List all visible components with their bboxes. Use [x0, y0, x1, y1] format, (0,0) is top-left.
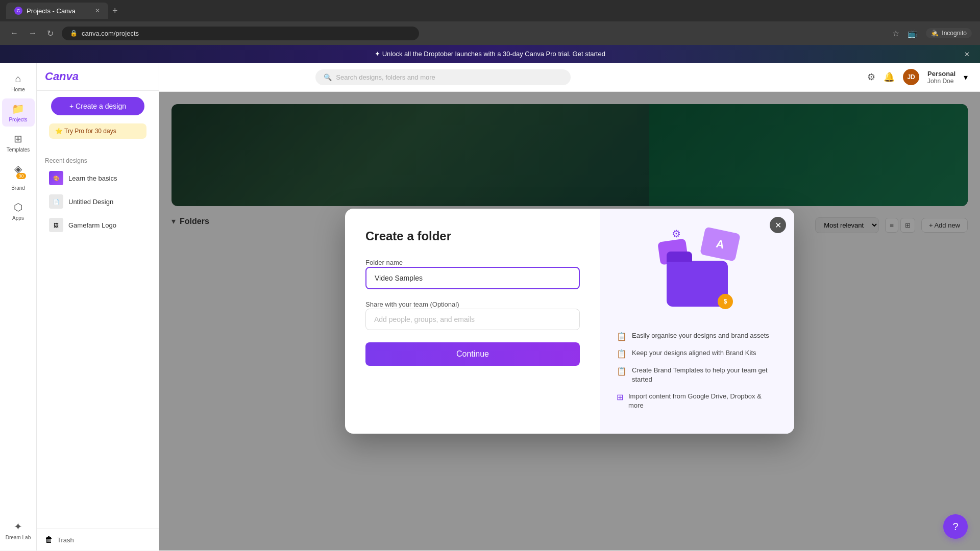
share-input[interactable]	[365, 309, 580, 330]
home-icon: ⌂	[15, 73, 21, 85]
incognito-icon: 🕵	[931, 30, 939, 37]
forward-button[interactable]: →	[27, 27, 39, 40]
continue-button[interactable]: Continue	[365, 342, 580, 366]
projects-icon: 📁	[12, 103, 24, 115]
user-name-text: John Doe	[927, 78, 955, 85]
feature-icon-4: ⊞	[617, 392, 623, 402]
recent-designs-label: Recent designs	[37, 153, 159, 166]
modal-backdrop: ✕ Create a folder Folder name Share with…	[159, 92, 980, 550]
folder-name-label: Folder name	[365, 259, 403, 266]
new-tab-button[interactable]: +	[112, 6, 118, 16]
promo-banner: ✦ Unlock all the Droptober launches with…	[0, 45, 980, 63]
app-main: Canva + Create a design ⭐ Try Pro for 30…	[37, 63, 980, 550]
gear-decoration: ⚙	[672, 228, 681, 240]
card-decoration-1: A	[700, 227, 741, 261]
app-header: 🔍 Search designs, folders and more ⚙ 🔔 J…	[159, 63, 980, 92]
user-dropdown-icon[interactable]: ▾	[964, 72, 968, 82]
nav-label-gamefarm: Gamefarm Logo	[68, 221, 116, 229]
left-panel: Canva + Create a design ⭐ Try Pro for 30…	[37, 63, 159, 550]
modal-close-button[interactable]: ✕	[770, 217, 786, 233]
feature-item-4: ⊞ Import content from Google Drive, Drop…	[617, 392, 778, 410]
sidebar-item-projects[interactable]: 📁 Projects	[2, 98, 35, 127]
header-actions: ⚙ 🔔 JD Personal John Doe ▾	[867, 69, 968, 85]
feature-icon-2: 📋	[617, 349, 627, 359]
app-frame: ⌂ Home 📁 Projects ⊞ Templates ◈ 30 Brand…	[0, 63, 980, 550]
feature-icon-3: 📋	[617, 366, 627, 376]
screen-icon[interactable]: 📺	[908, 29, 918, 38]
header-search[interactable]: 🔍 Search designs, folders and more	[315, 69, 571, 85]
sidebar-label-dreamlab: Dream Lab	[6, 535, 31, 540]
nav-item-gamefarm-logo[interactable]: 🖼 Gamefarm Logo	[41, 214, 155, 236]
browser-chrome: C Projects - Canva ✕ +	[0, 0, 980, 21]
share-label: Share with your team (Optional)	[365, 300, 459, 308]
templates-icon: ⊞	[14, 133, 22, 145]
learn-basics-icon: 🎨	[53, 176, 59, 181]
trash-item[interactable]: 🗑 Trash	[37, 529, 159, 550]
sidebar-icons: ⌂ Home 📁 Projects ⊞ Templates ◈ 30 Brand…	[0, 63, 37, 550]
address-bar[interactable]: 🔒 canva.com/projects	[62, 27, 419, 40]
feature-item-2: 📋 Keep your designs aligned with Brand K…	[617, 348, 778, 359]
tab-title: Projects - Canva	[27, 7, 76, 15]
star-icon[interactable]: ☆	[892, 29, 899, 38]
canva-logo: Canva	[45, 70, 79, 83]
feature-item-1: 📋 Easily organise your designs and brand…	[617, 331, 778, 341]
browser-actions: ☆ 📺 🕵 Incognito	[892, 28, 972, 38]
untitled-icon: 📄	[53, 199, 59, 205]
sidebar-item-templates[interactable]: ⊞ Templates	[2, 129, 35, 157]
right-panel: 🔍 Search designs, folders and more ⚙ 🔔 J…	[159, 63, 980, 550]
address-bar-row: ← → ↻ 🔒 canva.com/projects ☆ 📺 🕵 Incogni…	[0, 21, 980, 45]
nav-item-learn-basics[interactable]: 🎨 Learn the basics	[41, 167, 155, 189]
nav-label-untitled-design: Untitled Design	[68, 198, 113, 206]
feature-text-4: Import content from Google Drive, Dropbo…	[628, 392, 778, 410]
modal-form: Create a folder Folder name Share with y…	[345, 209, 600, 434]
create-folder-modal: ✕ Create a folder Folder name Share with…	[345, 209, 794, 434]
feature-text-1: Easily organise your designs and brand a…	[632, 331, 769, 340]
tab-favicon: C	[14, 7, 22, 15]
incognito-badge: 🕵 Incognito	[926, 28, 972, 38]
sidebar-item-home[interactable]: ⌂ Home	[2, 69, 35, 96]
search-icon: 🔍	[324, 73, 332, 81]
sidebar-item-brand[interactable]: ◈ 30 Brand	[2, 159, 35, 195]
promo-close-button[interactable]: ✕	[964, 50, 970, 58]
promo-text: ✦ Unlock all the Droptober launches with…	[375, 50, 605, 58]
notifications-icon[interactable]: 🔔	[884, 71, 895, 83]
sidebar-item-dreamlab[interactable]: ✦ Dream Lab	[2, 516, 35, 544]
page-content: ▾ Folders Most relevant ≡ ⊞ + Add new	[159, 92, 980, 550]
tab-close-icon[interactable]: ✕	[95, 7, 100, 14]
account-type: Personal	[927, 70, 955, 78]
gamefarm-thumb: 🖼	[49, 218, 63, 232]
settings-icon[interactable]: ⚙	[867, 71, 875, 83]
nav-item-untitled-design[interactable]: 📄 Untitled Design	[41, 190, 155, 213]
gamefarm-icon: 🖼	[54, 222, 59, 228]
refresh-button[interactable]: ↻	[45, 27, 56, 40]
help-button[interactable]: ?	[943, 514, 968, 539]
modal-title: Create a folder	[365, 229, 580, 243]
try-pro-banner[interactable]: ⭐ Try Pro for 30 days	[49, 123, 146, 139]
sidebar-label-projects: Projects	[9, 117, 27, 122]
apps-icon: ⬡	[14, 201, 22, 213]
create-design-button[interactable]: + Create a design	[51, 97, 144, 115]
sidebar-item-apps[interactable]: ⬡ Apps	[2, 197, 35, 225]
url-text: canva.com/projects	[82, 30, 139, 37]
incognito-label: Incognito	[942, 30, 967, 37]
folder-illustration: ⚙ A $	[651, 225, 743, 317]
dreamlab-icon: ✦	[14, 520, 22, 533]
search-placeholder: Search designs, folders and more	[336, 73, 435, 81]
user-avatar[interactable]: JD	[903, 69, 919, 85]
folder-name-input[interactable]	[365, 267, 580, 289]
lock-icon: 🔒	[70, 30, 78, 37]
user-info[interactable]: Personal John Doe	[927, 70, 955, 85]
browser-tab[interactable]: C Projects - Canva ✕	[6, 3, 108, 19]
trash-icon: 🗑	[45, 535, 53, 544]
feature-item-3: 📋 Create Brand Templates to help your te…	[617, 366, 778, 384]
try-pro-text: ⭐ Try Pro for 30 days	[55, 128, 116, 135]
sidebar-label-templates: Templates	[7, 147, 30, 153]
brand-badge: 30	[16, 173, 26, 179]
untitled-design-thumb: 📄	[49, 194, 63, 209]
feature-text-3: Create Brand Templates to help your team…	[632, 366, 778, 384]
modal-right-panel: ⚙ A $ 📋 Easily organise your desig	[600, 209, 794, 434]
learn-basics-thumb: 🎨	[49, 171, 63, 185]
feature-icon-1: 📋	[617, 332, 627, 341]
sidebar-label-apps: Apps	[12, 215, 24, 221]
back-button[interactable]: ←	[8, 27, 20, 40]
